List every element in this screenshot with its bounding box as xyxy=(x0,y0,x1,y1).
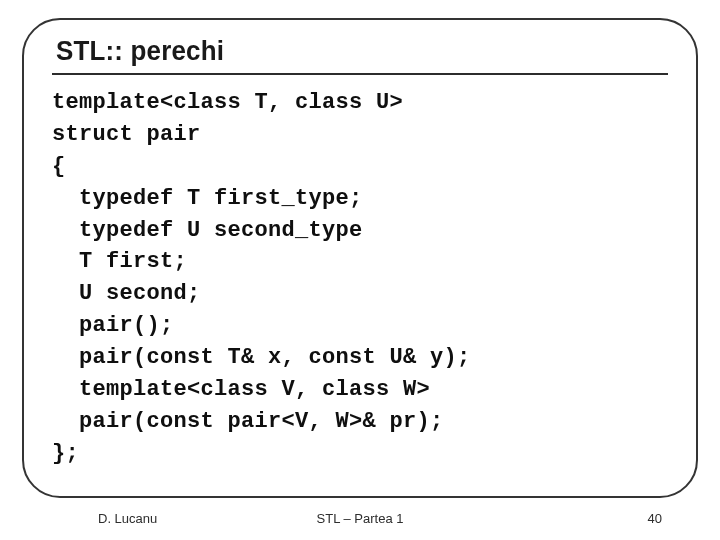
code-block: template<class T, class U> struct pair {… xyxy=(52,87,668,470)
title-rule xyxy=(52,73,668,75)
page-number: 40 xyxy=(648,511,662,526)
footer: D. Lucanu STL – Partea 1 40 xyxy=(0,506,720,526)
slide: STL:: perechi template<class T, class U>… xyxy=(0,0,720,540)
content-frame: STL:: perechi template<class T, class U>… xyxy=(22,18,698,498)
slide-title: STL:: perechi xyxy=(56,36,644,67)
footer-title: STL – Partea 1 xyxy=(317,511,404,526)
footer-author: D. Lucanu xyxy=(98,511,157,526)
